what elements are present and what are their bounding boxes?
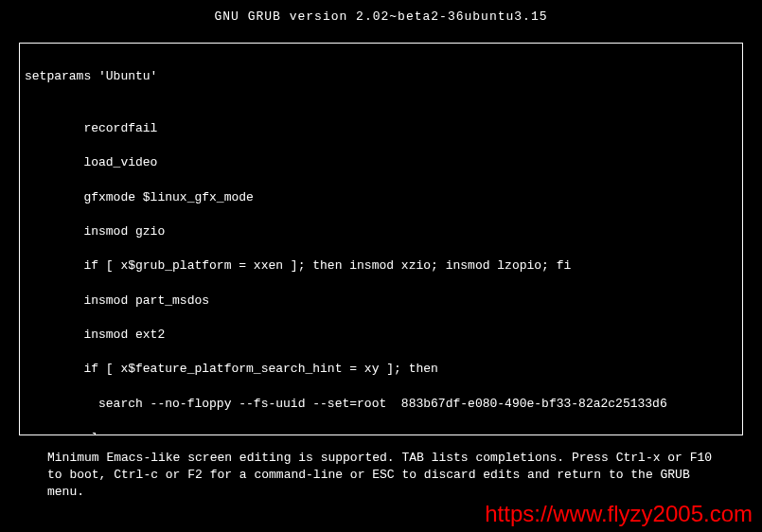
grub-header: GNU GRUB version 2.02~beta2-36ubuntu3.15: [0, 0, 762, 33]
watermark: https://www.flyzy2005.com: [485, 501, 753, 527]
editor-line[interactable]: insmod ext2: [25, 327, 737, 344]
grub-footer: Minimum Emacs-like screen editing is sup…: [0, 445, 762, 506]
editor-line[interactable]: search --no-floppy --fs-uuid --set=root …: [25, 396, 737, 413]
help-text: Minimum Emacs-like screen editing is sup…: [47, 451, 712, 499]
editor-line[interactable]: if [ x$grub_platform = xxen ]; then insm…: [25, 257, 737, 275]
editor-line[interactable]: load_video: [25, 154, 737, 171]
watermark-text: https://www.flyzy2005.com: [485, 501, 753, 526]
grub-editor[interactable]: setparams 'Ubuntu' recordfail load_video…: [19, 43, 743, 435]
editor-line[interactable]: recordfail: [25, 120, 737, 137]
editor-line[interactable]: gfxmode $linux_gfx_mode: [25, 189, 737, 206]
editor-line[interactable]: setparams 'Ubuntu': [25, 68, 737, 85]
editor-line[interactable]: insmod part_msdos: [25, 293, 737, 310]
editor-line[interactable]: else: [25, 430, 737, 435]
editor-line[interactable]: if [ x$feature_platform_search_hint = xy…: [25, 361, 737, 378]
editor-line[interactable]: insmod gzio: [25, 223, 737, 240]
grub-title: GNU GRUB version 2.02~beta2-36ubuntu3.15: [214, 9, 547, 24]
